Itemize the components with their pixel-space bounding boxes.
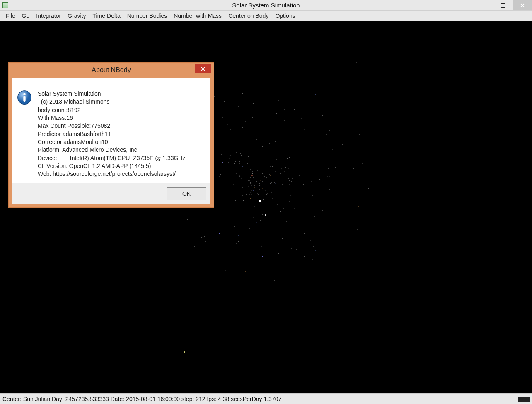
particle <box>268 178 268 179</box>
ok-button[interactable]: OK <box>167 187 206 200</box>
particle <box>251 177 251 178</box>
particle <box>312 195 313 196</box>
particle <box>186 260 187 260</box>
close-button[interactable] <box>513 0 532 10</box>
particle <box>307 144 307 144</box>
status-text: Center: Sun Julian Day: 2457235.833333 D… <box>2 396 281 402</box>
particle <box>263 199 264 200</box>
particle <box>325 196 325 196</box>
particle <box>250 200 250 201</box>
particle <box>256 110 257 110</box>
svg-rect-0 <box>482 7 486 7</box>
particle <box>289 180 290 181</box>
particle <box>309 221 310 221</box>
particle <box>281 149 281 150</box>
particle <box>299 175 300 176</box>
dialog-title-bar[interactable]: About NBody <box>9 63 214 78</box>
particle <box>353 221 353 222</box>
app-icon <box>2 2 8 8</box>
particle <box>273 131 273 131</box>
particle <box>316 218 316 218</box>
particle <box>270 183 271 184</box>
particle <box>291 209 291 209</box>
particle <box>239 160 240 160</box>
particle <box>272 198 273 199</box>
particle <box>268 199 268 200</box>
particle <box>264 184 264 185</box>
dialog-close-button[interactable] <box>195 64 211 73</box>
particle <box>241 158 242 158</box>
particle <box>315 250 316 251</box>
particle <box>263 170 264 170</box>
particle <box>257 167 257 167</box>
menu-item-number-bodies[interactable]: Number Bodies <box>124 12 171 20</box>
particle <box>285 178 285 178</box>
particle <box>285 214 285 214</box>
particle <box>268 190 269 190</box>
particle <box>254 148 254 149</box>
particle <box>193 237 194 237</box>
particle <box>266 227 266 228</box>
particle <box>344 185 344 185</box>
particle <box>318 124 318 124</box>
particle <box>210 248 210 249</box>
particle <box>287 153 287 154</box>
particle <box>261 204 261 205</box>
particle <box>254 168 254 168</box>
menu-item-center-on-body[interactable]: Center on Body <box>225 12 272 20</box>
maximize-button[interactable] <box>494 0 513 10</box>
particle <box>236 152 237 153</box>
particle <box>342 194 342 195</box>
menu-item-number-with-mass[interactable]: Number with Mass <box>170 12 225 20</box>
particle <box>275 219 276 219</box>
particle <box>254 173 254 173</box>
particle <box>251 248 252 248</box>
particle <box>358 206 359 207</box>
particle <box>210 218 210 219</box>
particle <box>262 160 263 160</box>
particle <box>236 172 236 172</box>
body <box>219 233 220 234</box>
particle <box>237 196 237 196</box>
particle <box>269 279 269 280</box>
menu-item-time-delta[interactable]: Time Delta <box>89 12 124 20</box>
particle <box>225 174 225 174</box>
particle <box>394 274 394 274</box>
menu-item-gravity[interactable]: Gravity <box>64 12 89 20</box>
particle <box>289 193 289 194</box>
particle <box>241 200 242 200</box>
particle <box>262 176 263 176</box>
particle <box>226 177 226 177</box>
particle <box>271 175 272 175</box>
particle <box>237 162 238 162</box>
menu-item-integrator[interactable]: Integrator <box>33 12 64 20</box>
menu-item-go[interactable]: Go <box>19 12 33 20</box>
menu-item-file[interactable]: File <box>2 12 19 20</box>
particle <box>230 130 230 130</box>
particle <box>231 199 231 199</box>
particle <box>238 106 239 107</box>
particle <box>329 130 330 131</box>
particle <box>250 183 251 184</box>
particle <box>314 143 314 144</box>
particle <box>284 246 284 246</box>
close-icon <box>201 66 206 71</box>
particle <box>254 110 254 110</box>
particle <box>286 221 287 222</box>
menu-item-options[interactable]: Options <box>272 12 298 20</box>
particle <box>255 182 255 183</box>
particle <box>205 241 206 242</box>
particle <box>266 177 266 177</box>
particle <box>251 190 252 191</box>
particle <box>278 168 279 168</box>
particle <box>291 170 291 170</box>
particle <box>258 168 258 168</box>
minimize-button[interactable] <box>475 0 494 10</box>
particle <box>201 219 202 219</box>
particle <box>258 119 258 120</box>
particle <box>368 188 369 189</box>
particle <box>339 187 340 187</box>
particle <box>264 129 264 129</box>
particle <box>256 169 257 169</box>
particle <box>300 156 300 156</box>
